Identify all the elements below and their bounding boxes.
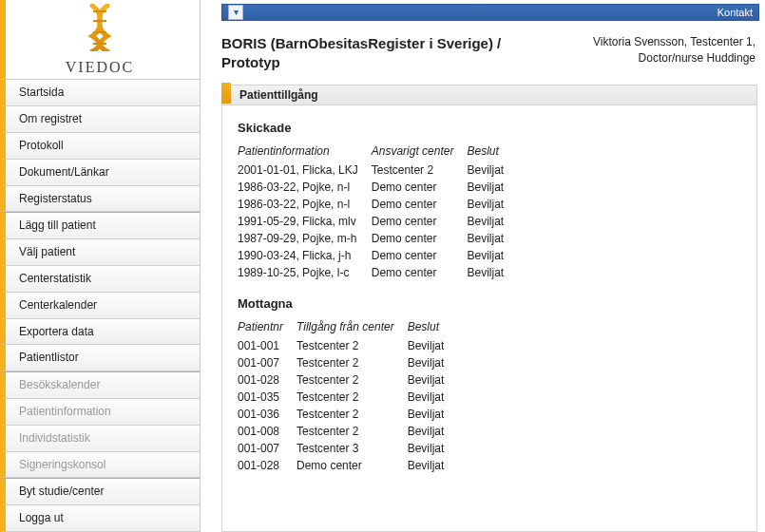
sidebar-item: Besökskalender (0, 371, 200, 399)
sidebar-item[interactable]: Startsida (0, 80, 200, 106)
cell: Demo center (372, 230, 468, 247)
cell: Testcenter 2 (372, 162, 468, 179)
header-row: BORIS (BarnObesitasRegister i Sverige) /… (201, 21, 765, 79)
dropdown-icon[interactable]: ▾ (228, 5, 243, 20)
cell: 1990-03-24, Flicka, j-h (238, 247, 372, 264)
cell: Beviljat (408, 389, 458, 406)
cell: Testcenter 2 (296, 371, 408, 389)
cell: 001-008 (238, 423, 296, 440)
sidebar-item[interactable]: Patientlistor (0, 345, 200, 371)
cell: Testcenter 2 (296, 423, 408, 440)
contact-link[interactable]: Kontakt (717, 7, 753, 18)
sidebar-item[interactable]: Protokoll (0, 133, 200, 160)
cell: Beviljat (408, 354, 458, 371)
user-line-2: Doctor/nurse Huddinge (593, 50, 755, 66)
sidebar-item[interactable]: Byt studie/center (0, 478, 200, 505)
sidebar-item[interactable]: Centerkalender (0, 293, 200, 319)
column-header: Tillgång från center (296, 318, 408, 337)
cell: Testcenter 2 (296, 389, 408, 406)
cell: Demo center (372, 196, 468, 213)
cell: Demo center (372, 179, 468, 196)
main: ▾ Kontakt BORIS (BarnObesitasRegister i … (201, 0, 765, 532)
brand-accent-stripe (0, 0, 6, 79)
content-panel: Skickade PatientinformationAnsvarigt cen… (221, 105, 757, 532)
cell: Demo center (372, 264, 468, 281)
cell: Beviljat (408, 440, 458, 457)
cell: Beviljat (467, 247, 517, 264)
sidebar-item[interactable]: Centerstatistik (0, 266, 200, 293)
nav: StartsidaOm registretProtokollDokument/L… (0, 80, 200, 532)
sidebar-item: Patientinformation (0, 399, 200, 426)
table-row: 001-008Testcenter 2Beviljat (238, 423, 457, 440)
sidebar-item: Signeringskonsol (0, 452, 200, 479)
column-header: Patientnr (238, 318, 296, 337)
cell: Beviljat (467, 179, 517, 196)
cell: 001-028 (238, 371, 296, 389)
sidebar: VIEDOC StartsidaOm registretProtokollDok… (0, 0, 201, 532)
cell: Testcenter 2 (296, 406, 408, 423)
sidebar-item[interactable]: Dokument/Länkar (0, 160, 200, 186)
column-header: Patientinformation (238, 142, 372, 162)
user-line-1: Viktoria Svensson, Testcenter 1, (593, 34, 755, 50)
sent-table: PatientinformationAnsvarigt centerBeslut… (238, 142, 517, 281)
table-row: 1990-03-24, Flicka, j-hDemo centerBevilj… (238, 247, 517, 264)
cell: Beviljat (408, 371, 458, 389)
cell: Testcenter 3 (296, 440, 408, 457)
cell: 001-007 (238, 440, 296, 457)
cell: Demo center (372, 213, 468, 230)
table-row: 001-007Testcenter 3Beviljat (238, 440, 457, 457)
cell: 001-007 (238, 354, 296, 371)
table-row: 1987-09-29, Pojke, m-hDemo centerBevilja… (238, 230, 517, 247)
cell: 001-028 (238, 457, 296, 474)
table-row: 1986-03-22, Pojke, n-lDemo centerBevilja… (238, 196, 517, 213)
sidebar-item[interactable]: Registerstatus (0, 186, 200, 213)
table-row: 001-035Testcenter 2Beviljat (238, 389, 457, 406)
cell: 1989-10-25, Pojke, l-c (238, 264, 372, 281)
sidebar-item[interactable]: Lägg till patient (0, 212, 200, 239)
cell: Beviljat (467, 162, 517, 179)
sidebar-item[interactable]: Exportera data (0, 319, 200, 346)
cell: Beviljat (408, 406, 458, 423)
cell: Beviljat (408, 423, 458, 440)
cell: 001-036 (238, 406, 296, 423)
cell: 1986-03-22, Pojke, n-l (238, 196, 372, 213)
cell: 1986-03-22, Pojke, n-l (238, 179, 372, 196)
cell: Beviljat (467, 230, 517, 247)
dna-icon (83, 4, 117, 51)
cell: Demo center (296, 457, 408, 474)
user-meta: Viktoria Svensson, Testcenter 1, Doctor/… (593, 34, 755, 66)
brand-name: VIEDOC (66, 59, 134, 76)
table-row: 001-028Demo centerBeviljat (238, 457, 457, 474)
column-header: Beslut (467, 142, 517, 162)
cell: Beviljat (467, 213, 517, 230)
received-table: PatientnrTillgång från centerBeslut001-0… (238, 318, 457, 474)
column-header: Ansvarigt center (372, 142, 468, 162)
section-title: Patienttillgång (221, 85, 757, 105)
app-root: VIEDOC StartsidaOm registretProtokollDok… (0, 0, 765, 532)
cell: Beviljat (467, 196, 517, 213)
cell: Beviljat (467, 264, 517, 281)
page-title: BORIS (BarnObesitasRegister i Sverige) /… (221, 34, 545, 71)
table-row: 1991-05-29, Flicka, mlvDemo centerBevilj… (238, 213, 517, 230)
sidebar-item[interactable]: Om registret (0, 106, 200, 133)
cell: 001-035 (238, 389, 296, 406)
sidebar-item[interactable]: Välj patient (0, 239, 200, 266)
cell: Beviljat (408, 457, 458, 474)
table-row: 1986-03-22, Pojke, n-lDemo centerBevilja… (238, 179, 517, 196)
section-header-wrap: Patienttillgång (221, 85, 757, 105)
cell: Testcenter 2 (296, 337, 408, 354)
sidebar-item: Individstatistik (0, 426, 200, 452)
table-row: 1989-10-25, Pojke, l-cDemo centerBevilja… (238, 264, 517, 281)
table-row: 001-028Testcenter 2Beviljat (238, 371, 457, 389)
cell: 1991-05-29, Flicka, mlv (238, 213, 372, 230)
cell: 1987-09-29, Pojke, m-h (238, 230, 372, 247)
table-row: 001-036Testcenter 2Beviljat (238, 406, 457, 423)
cell: 2001-01-01, Flicka, LKJ (238, 162, 372, 179)
table-row: 2001-01-01, Flicka, LKJTestcenter 2Bevil… (238, 162, 517, 179)
cell: 001-001 (238, 337, 296, 354)
cell: Beviljat (408, 337, 458, 354)
sidebar-item[interactable]: Logga ut (0, 505, 200, 532)
table-row: 001-001Testcenter 2Beviljat (238, 337, 457, 354)
sent-heading: Skickade (238, 121, 741, 135)
section-accent (221, 83, 231, 104)
